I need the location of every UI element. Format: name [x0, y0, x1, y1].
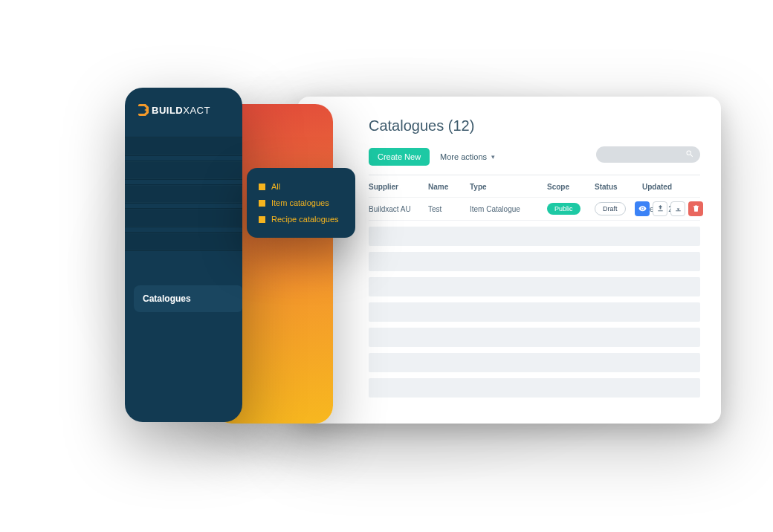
eye-icon: [638, 204, 647, 214]
cell-type: Item Catalogue: [470, 205, 547, 213]
upload-icon: [656, 204, 664, 214]
placeholder-row: [369, 277, 700, 296]
placeholder-row: [369, 302, 700, 322]
brand-suffix: XACT: [183, 105, 210, 116]
flyout-item-all[interactable]: All: [259, 178, 343, 195]
flyout-item-recipe-catalogues[interactable]: Recipe catalogues: [259, 211, 343, 227]
nav-item-catalogues[interactable]: Catalogues: [134, 285, 233, 312]
col-supplier: Supplier: [369, 183, 428, 191]
flyout-item-item-catalogues[interactable]: Item catalogues: [259, 195, 343, 211]
placeholder-row: [369, 227, 700, 246]
upload-button[interactable]: [653, 201, 667, 216]
brand-logo: BUILDXACT: [125, 104, 242, 116]
brand-prefix: BUILD: [152, 105, 183, 116]
main-panel: Catalogues (12) Create New More actions …: [297, 97, 721, 424]
download-icon: [674, 204, 682, 214]
col-name: Name: [428, 183, 470, 191]
row-actions: [635, 201, 703, 216]
trash-icon: [692, 204, 700, 214]
nav-item[interactable]: [125, 184, 242, 204]
create-new-button[interactable]: Create New: [369, 148, 430, 166]
nav-item[interactable]: [125, 208, 242, 227]
flyout-label: Item catalogues: [271, 198, 329, 207]
more-actions-label: More actions: [440, 152, 487, 161]
view-button[interactable]: [635, 201, 650, 216]
scope-badge: Public: [547, 203, 580, 215]
flyout-label: Recipe catalogues: [271, 215, 339, 224]
col-updated: Updated: [642, 183, 702, 191]
table-header-row: Supplier Name Type Scope Status Updated: [369, 175, 700, 197]
catalogues-flyout: All Item catalogues Recipe catalogues: [247, 168, 355, 238]
square-bullet-icon: [259, 184, 265, 190]
nav-item[interactable]: [125, 160, 242, 180]
square-bullet-icon: [259, 216, 265, 223]
toolbar: Create New More actions ▾: [369, 148, 700, 175]
sidebar: BUILDXACT Catalogues: [125, 88, 242, 422]
placeholder-row: [369, 353, 700, 372]
cell-name: Test: [428, 205, 470, 213]
col-status: Status: [595, 183, 642, 191]
nav-block-top: [125, 137, 242, 256]
page-title: Catalogues (12): [369, 117, 700, 134]
status-badge: Draft: [595, 202, 626, 215]
chevron-down-icon: ▾: [491, 153, 495, 160]
placeholder-rows: [369, 227, 700, 398]
col-type: Type: [470, 183, 547, 191]
placeholder-row: [369, 328, 700, 347]
brand-mark-icon: [138, 104, 149, 116]
search-icon: [685, 148, 694, 161]
square-bullet-icon: [259, 200, 265, 207]
table-row[interactable]: Buildxact AU Test Item Catalogue Public …: [369, 197, 700, 221]
col-scope: Scope: [547, 183, 595, 191]
more-actions-dropdown[interactable]: More actions ▾: [440, 152, 495, 161]
flyout-label: All: [271, 182, 280, 191]
placeholder-row: [369, 252, 700, 271]
nav-item[interactable]: [125, 137, 242, 156]
search-input[interactable]: [596, 146, 700, 163]
placeholder-row: [369, 378, 700, 398]
nav-active-label: Catalogues: [143, 293, 191, 304]
brand-text: BUILDXACT: [152, 105, 210, 116]
nav-item[interactable]: [125, 232, 242, 251]
delete-button[interactable]: [688, 201, 703, 216]
cell-supplier: Buildxact AU: [369, 205, 428, 213]
download-button[interactable]: [670, 201, 685, 216]
